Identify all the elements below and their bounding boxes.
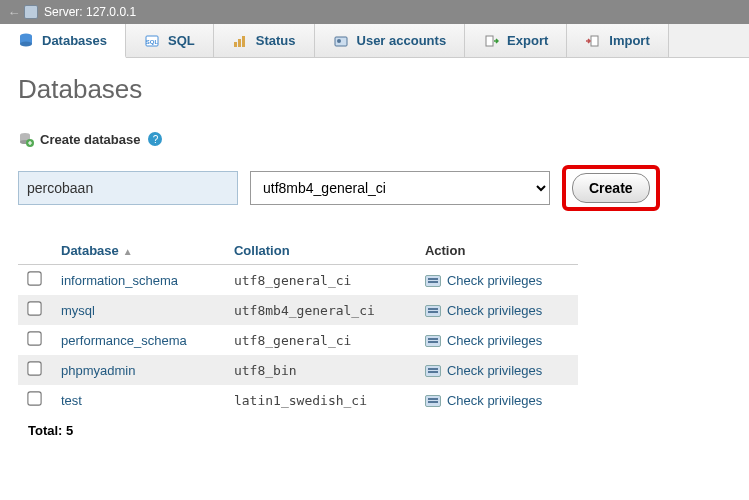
privileges-icon	[425, 275, 441, 287]
check-privileges-link[interactable]: Check privileges	[447, 363, 542, 378]
database-icon	[18, 32, 34, 48]
privileges-icon	[425, 305, 441, 317]
row-checkbox[interactable]	[27, 361, 41, 375]
server-icon	[24, 5, 38, 19]
svg-rect-8	[335, 37, 347, 46]
privileges-icon	[425, 395, 441, 407]
check-privileges-link[interactable]: Check privileges	[447, 303, 542, 318]
svg-rect-10	[486, 36, 493, 46]
collation-cell: utf8_general_ci	[224, 265, 415, 296]
table-row: performance_schema utf8_general_ci Check…	[18, 325, 578, 355]
users-icon	[333, 33, 349, 49]
check-privileges-link[interactable]: Check privileges	[447, 393, 542, 408]
collation-cell: latin1_swedish_ci	[224, 385, 415, 415]
col-collation[interactable]: Collation	[224, 237, 415, 265]
row-checkbox[interactable]	[27, 301, 41, 315]
tab-import[interactable]: Import	[567, 24, 668, 57]
page-title: Databases	[18, 74, 731, 105]
import-icon	[585, 33, 601, 49]
database-link[interactable]: performance_schema	[61, 333, 187, 348]
collation-select[interactable]: utf8mb4_general_ci	[250, 171, 550, 205]
databases-table: Database▲ Collation Action information_s…	[18, 237, 578, 415]
svg-point-2	[20, 42, 32, 47]
tab-label: SQL	[168, 33, 195, 48]
row-checkbox[interactable]	[27, 331, 41, 345]
table-row: information_schema utf8_general_ci Check…	[18, 265, 578, 296]
tab-label: User accounts	[357, 33, 447, 48]
privileges-icon	[425, 365, 441, 377]
database-name-input[interactable]	[18, 171, 238, 205]
page-content: Databases Create database ? utf8mb4_gene…	[0, 58, 749, 462]
tab-label: Databases	[42, 33, 107, 48]
server-label: Server: 127.0.0.1	[44, 5, 136, 19]
sql-icon: SQL	[144, 33, 160, 49]
database-link[interactable]: phpmyadmin	[61, 363, 135, 378]
main-tabs: Databases SQL SQL Status User accounts E…	[0, 24, 749, 58]
create-database-form: utf8mb4_general_ci Create	[18, 165, 731, 211]
tab-databases[interactable]: Databases	[0, 24, 126, 58]
help-icon[interactable]: ?	[148, 132, 162, 146]
topbar: ← Server: 127.0.0.1	[0, 0, 749, 24]
total-count: Total: 5	[18, 415, 731, 446]
create-database-header: Create database ?	[18, 131, 731, 147]
create-button[interactable]: Create	[572, 173, 650, 203]
tab-user-accounts[interactable]: User accounts	[315, 24, 466, 57]
export-icon	[483, 33, 499, 49]
privileges-icon	[425, 335, 441, 347]
table-row: phpmyadmin utf8_bin Check privileges	[18, 355, 578, 385]
svg-rect-6	[238, 39, 241, 47]
tab-label: Status	[256, 33, 296, 48]
svg-rect-11	[591, 36, 598, 46]
collation-cell: utf8mb4_general_ci	[224, 295, 415, 325]
database-add-icon	[18, 131, 34, 147]
col-checkbox	[18, 237, 51, 265]
database-link[interactable]: test	[61, 393, 82, 408]
back-arrow-icon[interactable]: ←	[4, 5, 24, 20]
table-row: test latin1_swedish_ci Check privileges	[18, 385, 578, 415]
tab-label: Export	[507, 33, 548, 48]
tab-status[interactable]: Status	[214, 24, 315, 57]
svg-rect-7	[242, 36, 245, 47]
check-privileges-link[interactable]: Check privileges	[447, 333, 542, 348]
database-link[interactable]: mysql	[61, 303, 95, 318]
database-link[interactable]: information_schema	[61, 273, 178, 288]
row-checkbox[interactable]	[27, 391, 41, 405]
svg-point-9	[337, 39, 341, 43]
tab-label: Import	[609, 33, 649, 48]
sort-asc-icon: ▲	[123, 246, 133, 257]
col-action: Action	[415, 237, 578, 265]
check-privileges-link[interactable]: Check privileges	[447, 273, 542, 288]
status-icon	[232, 33, 248, 49]
collation-cell: utf8_general_ci	[224, 325, 415, 355]
create-database-label: Create database	[40, 132, 140, 147]
tab-sql[interactable]: SQL SQL	[126, 24, 214, 57]
collation-cell: utf8_bin	[224, 355, 415, 385]
create-button-highlight: Create	[562, 165, 660, 211]
svg-text:SQL: SQL	[146, 39, 159, 45]
col-database[interactable]: Database▲	[51, 237, 224, 265]
tab-export[interactable]: Export	[465, 24, 567, 57]
row-checkbox[interactable]	[27, 271, 41, 285]
svg-rect-5	[234, 42, 237, 47]
table-row: mysql utf8mb4_general_ci Check privilege…	[18, 295, 578, 325]
